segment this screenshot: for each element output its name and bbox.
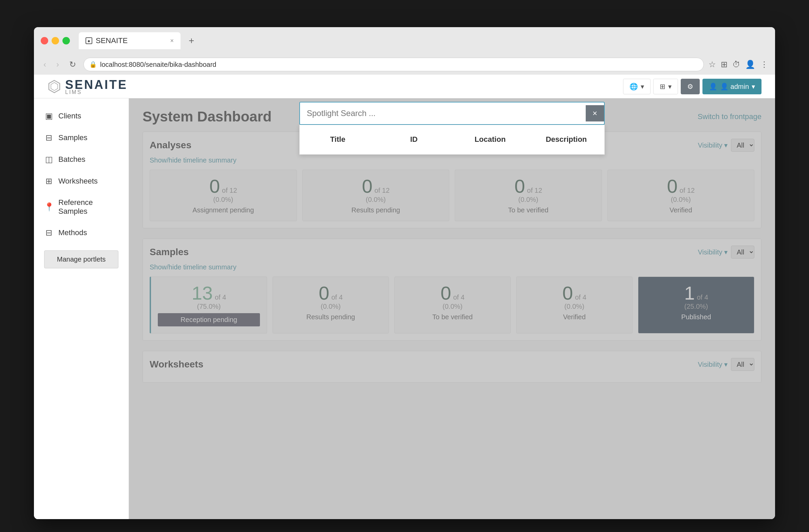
spotlight-dropdown: Title ID Location Description bbox=[299, 125, 605, 155]
sidebar-item-reference-samples[interactable]: 📍 Reference Samples bbox=[34, 192, 128, 222]
sidebar-item-methods[interactable]: ⊟ Methods bbox=[34, 222, 128, 244]
bookmark-icon[interactable]: ☆ bbox=[708, 60, 716, 69]
content-area: × Title ID Location Description System D… bbox=[129, 98, 775, 519]
globe-icon: 🌐 bbox=[630, 83, 638, 90]
tab-favicon: ◈ bbox=[86, 37, 92, 44]
browser-nav: ‹ › ↻ 🔒 localhost:8080/senaite/bika-dash… bbox=[34, 54, 775, 75]
manage-portlets-button[interactable]: Manage portlets bbox=[44, 251, 118, 268]
language-button[interactable]: 🌐 ▾ bbox=[623, 79, 651, 94]
svg-marker-1 bbox=[51, 83, 58, 90]
language-dropdown-icon: ▾ bbox=[641, 83, 644, 90]
spotlight-search-input[interactable] bbox=[300, 102, 586, 124]
browser-titlebar: ◈ SENAITE × + bbox=[34, 27, 775, 54]
batches-icon: ◫ bbox=[44, 155, 54, 164]
user-dropdown-icon: ▾ bbox=[752, 83, 755, 90]
grid-dropdown-icon: ▾ bbox=[668, 83, 672, 90]
spotlight-col-location: Location bbox=[452, 132, 528, 147]
history-icon[interactable]: ⏱ bbox=[732, 60, 740, 69]
sidebar-item-label: Methods bbox=[58, 228, 87, 237]
account-icon[interactable]: 👤 bbox=[745, 60, 755, 69]
app-header: SENAITE LIMS 🌐 ▾ ⊞ ▾ ⚙ 👤 👤 admin ▾ bbox=[34, 75, 775, 98]
back-button[interactable]: ‹ bbox=[41, 58, 49, 71]
spotlight-col-title: Title bbox=[300, 132, 376, 147]
sidebar-item-samples[interactable]: ⊟ Samples bbox=[34, 127, 128, 149]
nav-icons-right: ☆ ⊞ ⏱ 👤 ⋮ bbox=[708, 60, 768, 69]
maximize-button[interactable] bbox=[63, 37, 70, 45]
sidebar-item-clients[interactable]: ▣ Clients bbox=[34, 105, 128, 127]
clients-icon: ▣ bbox=[44, 111, 54, 121]
manage-portlets-label: Manage portlets bbox=[57, 256, 105, 263]
sidebar-item-label: Clients bbox=[58, 111, 81, 120]
menu-icon[interactable]: ⋮ bbox=[760, 60, 768, 69]
gear-icon: ⚙ bbox=[687, 83, 693, 90]
address-bar[interactable]: 🔒 localhost:8080/senaite/bika-dashboard bbox=[84, 58, 704, 71]
overlay bbox=[129, 98, 775, 519]
sidebar: ▣ Clients ⊟ Samples ◫ Batches ⊞ Workshee… bbox=[34, 98, 129, 519]
close-button[interactable] bbox=[41, 37, 48, 45]
reference-samples-icon: 📍 bbox=[44, 202, 54, 212]
grid-icon: ⊞ bbox=[660, 83, 666, 90]
spotlight-close-button[interactable]: × bbox=[586, 105, 604, 121]
sidebar-item-label: Samples bbox=[58, 133, 88, 142]
extensions-icon[interactable]: ⊞ bbox=[721, 60, 727, 69]
sidebar-item-label: Worksheets bbox=[58, 177, 98, 186]
sidebar-item-label: Reference Samples bbox=[58, 198, 118, 216]
sidebar-item-worksheets[interactable]: ⊞ Worksheets bbox=[34, 170, 128, 192]
new-tab-button[interactable]: + bbox=[189, 35, 194, 46]
worksheets-icon: ⊞ bbox=[44, 176, 54, 186]
spotlight-container: × Title ID Location Description bbox=[299, 102, 605, 155]
user-button[interactable]: 👤 👤 admin ▾ bbox=[703, 79, 761, 94]
sidebar-item-label: Batches bbox=[58, 155, 86, 164]
browser-tab[interactable]: ◈ SENAITE × bbox=[79, 32, 180, 49]
settings-button[interactable]: ⚙ bbox=[681, 79, 700, 94]
address-text: localhost:8080/senaite/bika-dashboard bbox=[100, 61, 216, 69]
minimize-button[interactable] bbox=[52, 37, 59, 45]
browser-window: ◈ SENAITE × + ‹ › ↻ 🔒 localhost:8080/sen… bbox=[34, 27, 775, 519]
username-label: 👤 admin bbox=[720, 83, 749, 90]
spotlight-col-id: ID bbox=[376, 132, 452, 147]
sidebar-item-batches[interactable]: ◫ Batches bbox=[34, 149, 128, 170]
tab-title: SENAITE bbox=[96, 36, 167, 45]
methods-icon: ⊟ bbox=[44, 228, 54, 238]
logo-hexagon-icon bbox=[48, 80, 61, 93]
logo-area: SENAITE LIMS bbox=[48, 78, 127, 95]
app-content: SENAITE LIMS 🌐 ▾ ⊞ ▾ ⚙ 👤 👤 admin ▾ bbox=[34, 75, 775, 519]
tab-close-icon[interactable]: × bbox=[170, 37, 174, 45]
spotlight-header-row: Title ID Location Description bbox=[300, 125, 604, 154]
reload-button[interactable]: ↻ bbox=[67, 58, 79, 71]
grid-button[interactable]: ⊞ ▾ bbox=[653, 79, 678, 94]
traffic-lights bbox=[41, 37, 70, 45]
spotlight-col-description: Description bbox=[528, 132, 605, 147]
forward-button[interactable]: › bbox=[54, 58, 62, 71]
user-icon: 👤 bbox=[709, 83, 717, 90]
main-layout: ▣ Clients ⊟ Samples ◫ Batches ⊞ Workshee… bbox=[34, 98, 775, 519]
spotlight-input-row: × bbox=[299, 102, 605, 125]
samples-icon: ⊟ bbox=[44, 133, 54, 142]
